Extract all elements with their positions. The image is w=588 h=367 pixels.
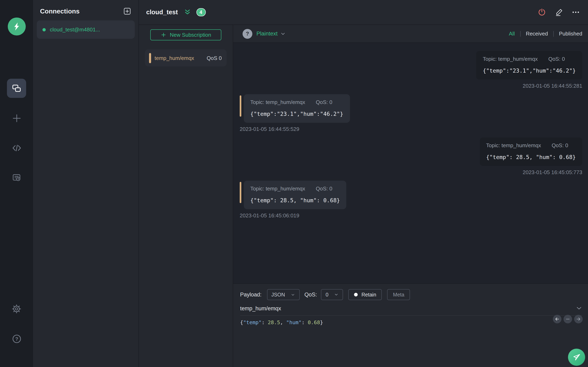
send-button[interactable] [568, 349, 585, 366]
message-timestamp: 2023-01-05 16:45:05:773 [523, 169, 582, 175]
composer-toolbar: Payload: JSON QoS: 0 [240, 289, 582, 300]
message-topic: Topic: temp_hum/emqx [250, 99, 305, 105]
json-token: } [320, 319, 323, 325]
message-timestamp: 2023-01-05 16:45:06:019 [240, 212, 299, 218]
subscriptions-panel: New Subscription temp_hum/emqx QoS 0 [139, 25, 233, 367]
chevron-down-icon [334, 292, 339, 297]
message-payload: {"temp": 28.5, "hum": 0.68} [486, 154, 576, 160]
json-token: "temp" [243, 319, 261, 325]
left-rail: ? [0, 0, 33, 367]
topic-input[interactable]: temp_hum/emqx [240, 305, 281, 311]
message-bubble[interactable]: Topic: temp_hum/emqx QoS: 0 {"temp":"23.… [244, 94, 350, 123]
mqttx-app: ? Connections cloud_test@m4801... cloud_… [0, 0, 588, 367]
message-timestamp: 2023-01-05 16:44:55:281 [523, 83, 582, 89]
qos-select[interactable]: 0 [321, 289, 343, 300]
message-color-bar [240, 95, 241, 117]
plus-square-icon [123, 7, 131, 16]
message-payload: {"temp":"23.1","hum":"46.2"} [250, 110, 343, 117]
payload-type-select[interactable]: JSON [267, 289, 300, 300]
json-token: , [280, 319, 286, 325]
mqttx-logo [8, 17, 26, 35]
qos-label: QoS: [304, 292, 317, 298]
collapse-composer-icon[interactable] [576, 305, 582, 312]
minus-icon [565, 317, 571, 322]
connection-status-dot [43, 28, 46, 31]
sidebar-item-new-connection[interactable] [7, 108, 26, 128]
settings-icon [11, 304, 22, 314]
tab-separator [553, 31, 554, 36]
message-topic: Topic: temp_hum/emqx [250, 185, 305, 192]
payload-format-value: Plaintext [256, 31, 278, 37]
chevron-down-icon [280, 31, 286, 36]
tab-separator [520, 31, 520, 36]
connections-panel: Connections cloud_test@m4801... [33, 0, 139, 367]
topic-input-row: temp_hum/emqx [240, 305, 582, 316]
connection-title: cloud_test [146, 8, 178, 16]
retain-dot-icon [354, 293, 358, 296]
json-token: 28.5 [268, 319, 280, 325]
new-connection-icon [11, 113, 22, 123]
message-bubble[interactable]: Topic: temp_hum/emqx QoS: 0 {"temp":"23.… [476, 51, 582, 80]
history-next-button[interactable] [574, 315, 583, 323]
tab-received[interactable]: Received [526, 31, 548, 37]
subscription-count-badge[interactable]: 4 [196, 8, 206, 16]
history-clear-button[interactable] [563, 315, 572, 323]
message-filter-tabs: All Received Published [509, 31, 582, 37]
new-subscription-button[interactable]: New Subscription [150, 29, 221, 40]
log-icon [11, 173, 22, 183]
connections-title: Connections [40, 8, 80, 15]
message-bubble[interactable]: Topic: temp_hum/emqx QoS: 0 {"temp": 28.… [480, 137, 582, 166]
disconnect-button[interactable] [537, 8, 546, 17]
json-token: "hum" [286, 319, 302, 325]
stage: ? Connections cloud_test@m4801... cloud_… [0, 0, 588, 367]
connection-header: cloud_test 4 [139, 0, 588, 25]
message-bubble[interactable]: Topic: temp_hum/emqx QoS: 0 {"temp": 28.… [244, 181, 346, 209]
right-region: cloud_test 4 [139, 0, 588, 367]
edit-icon [554, 8, 563, 17]
more-options-button[interactable] [572, 8, 580, 16]
history-prev-button[interactable] [553, 315, 562, 323]
message-qos: QoS: 0 [548, 56, 565, 62]
json-token: : [261, 319, 268, 325]
sidebar-item-script[interactable] [7, 138, 26, 157]
arrow-right-icon [576, 317, 581, 322]
sidebar-item-connections[interactable] [7, 79, 26, 98]
meta-button[interactable]: Meta [387, 289, 410, 300]
sidebar-item-settings[interactable] [7, 299, 26, 318]
subscription-item[interactable]: temp_hum/emqx QoS 0 [145, 49, 227, 67]
history-nav [553, 315, 583, 323]
collapse-panel-button[interactable] [183, 8, 191, 16]
message-topic: Topic: temp_hum/emqx [483, 56, 538, 62]
message-area: ? Plaintext All Received Published [233, 25, 588, 367]
connection-list-item[interactable]: cloud_test@m4801... [37, 20, 135, 39]
power-icon [537, 8, 546, 17]
sidebar-item-log[interactable] [7, 168, 26, 187]
subscription-color-bar [149, 53, 151, 63]
connections-panel-header: Connections [37, 0, 135, 20]
message-topic: Topic: temp_hum/emqx [486, 142, 541, 149]
retain-toggle[interactable]: Retain [348, 289, 382, 300]
message-timestamp: 2023-01-05 16:44:55:529 [240, 126, 299, 132]
message-qos: QoS: 0 [552, 142, 568, 149]
tab-published[interactable]: Published [559, 31, 582, 37]
message-qos: QoS: 0 [316, 185, 332, 192]
add-connection-button[interactable] [123, 7, 131, 16]
script-icon [11, 142, 22, 153]
message-received: Topic: temp_hum/emqx QoS: 0 {"temp":"23.… [240, 94, 582, 132]
tab-all[interactable]: All [509, 31, 515, 37]
payload-editor[interactable]: {"temp": 28.5, "hum": 0.68} [240, 319, 582, 325]
json-token: { [240, 319, 243, 325]
edit-connection-button[interactable] [554, 8, 563, 17]
sidebar-item-help[interactable]: ? [7, 329, 26, 348]
workspace: New Subscription temp_hum/emqx QoS 0 ? P… [139, 25, 588, 367]
json-token: : [302, 319, 308, 325]
help-icon: ? [11, 333, 22, 344]
message-payload: {"temp":"23.1","hum":"46.2"} [483, 67, 576, 74]
message-list[interactable]: Topic: temp_hum/emqx QoS: 0 {"temp":"23.… [233, 43, 588, 284]
payload-format-select[interactable]: Plaintext [256, 31, 286, 37]
message-received: Topic: temp_hum/emqx QoS: 0 {"temp": 28.… [240, 181, 582, 218]
subscription-topic: temp_hum/emqx [155, 55, 207, 61]
message-published: Topic: temp_hum/emqx QoS: 0 {"temp": 28.… [240, 137, 582, 175]
arrow-left-icon [554, 317, 560, 322]
format-help-icon[interactable]: ? [242, 29, 252, 39]
